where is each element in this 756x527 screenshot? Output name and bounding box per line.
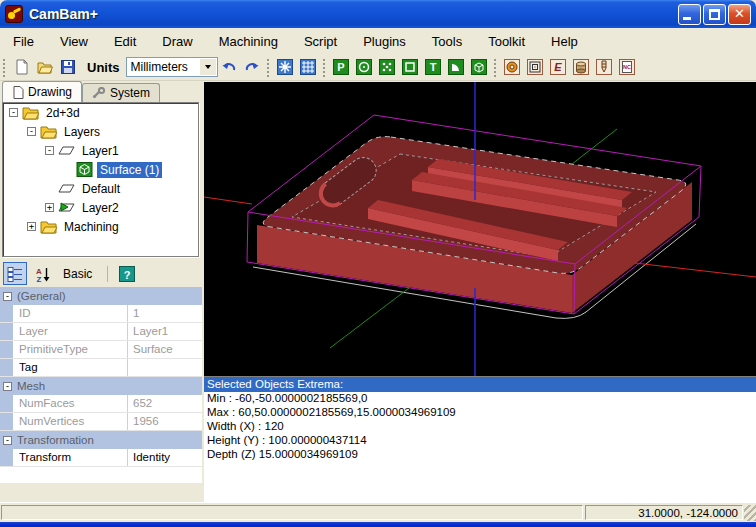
layer-active-icon xyxy=(58,200,75,215)
property-value[interactable]: 1 xyxy=(128,305,202,322)
tree-node-2d3d[interactable]: - 2d+3d xyxy=(3,103,198,122)
category-mesh[interactable]: - Mesh xyxy=(0,377,202,395)
property-value[interactable]: 652 xyxy=(128,395,202,412)
category-transformation[interactable]: - Transformation xyxy=(0,431,202,449)
tab-system[interactable]: System xyxy=(82,83,160,102)
toolbar-grip[interactable] xyxy=(493,57,498,77)
window-border xyxy=(0,522,756,527)
collapse-icon[interactable]: - xyxy=(3,292,12,301)
collapse-icon[interactable]: - xyxy=(3,436,12,445)
draw-points-button[interactable] xyxy=(376,56,399,78)
gcode-file-icon: NC xyxy=(619,59,635,75)
expand-icon[interactable]: + xyxy=(27,222,36,231)
title-bar[interactable]: CamBam+ ✕ xyxy=(0,0,756,28)
tree-label[interactable]: 2d+3d xyxy=(43,105,83,121)
tree-label[interactable]: Default xyxy=(79,181,123,197)
redo-button[interactable] xyxy=(241,56,264,78)
op-3d-profile-button[interactable] xyxy=(593,56,616,78)
maximize-button[interactable] xyxy=(703,4,726,25)
close-button[interactable]: ✕ xyxy=(728,4,751,25)
draw-surface-button[interactable] xyxy=(468,56,491,78)
undo-icon xyxy=(221,59,237,75)
rectangle-icon xyxy=(402,59,418,75)
op-drill-button[interactable] xyxy=(570,56,593,78)
collapse-icon[interactable]: - xyxy=(9,108,18,117)
units-combobox[interactable]: Millimeters xyxy=(126,57,218,77)
help-button[interactable]: ? xyxy=(115,262,139,285)
toolbar-grip[interactable] xyxy=(322,57,327,77)
draw-text-button[interactable]: T xyxy=(422,56,445,78)
collapse-icon[interactable]: - xyxy=(45,146,54,155)
drawing-tree[interactable]: - 2d+3d - Layers - Layer1 Surface (1) xyxy=(2,102,199,257)
tree-node-machining[interactable]: + Machining xyxy=(3,217,198,236)
draw-polyline-button[interactable]: P xyxy=(330,56,353,78)
extrema-min: Min : -60,-50.0000002185569,0 xyxy=(204,392,756,406)
toolbar-grip[interactable] xyxy=(266,57,271,77)
menu-edit[interactable]: Edit xyxy=(101,30,149,53)
info-panel[interactable]: Selected Objects Extrema: Min : -60,-50.… xyxy=(204,376,756,502)
open-file-button[interactable] xyxy=(33,56,56,78)
tree-label-selected[interactable]: Surface (1) xyxy=(97,162,162,178)
extrema-max: Max : 60,50.0000002185569,15.00000349691… xyxy=(204,406,756,420)
grid-icon xyxy=(300,59,316,75)
tree-label[interactable]: Layer1 xyxy=(79,143,122,159)
new-file-button[interactable] xyxy=(10,56,33,78)
view-mode-label[interactable]: Basic xyxy=(63,267,92,281)
menu-toolkit[interactable]: Toolkit xyxy=(475,30,538,53)
property-value[interactable]: 1956 xyxy=(128,413,202,430)
op-engrave-button[interactable]: E xyxy=(547,56,570,78)
viewport-3d[interactable] xyxy=(204,82,756,376)
tree-node-layer2[interactable]: + Layer2 xyxy=(3,198,198,217)
menu-draw[interactable]: Draw xyxy=(149,30,205,53)
category-label: (General) xyxy=(17,290,66,302)
status-message-cell xyxy=(1,505,583,520)
combo-dropdown-button[interactable] xyxy=(200,59,216,75)
tree-node-surface[interactable]: Surface (1) xyxy=(3,160,198,179)
property-value[interactable]: Identity xyxy=(128,449,202,466)
menu-machining[interactable]: Machining xyxy=(206,30,291,53)
menu-tools[interactable]: Tools xyxy=(419,30,475,53)
show-grid-button[interactable] xyxy=(297,56,320,78)
tree-label[interactable]: Layer2 xyxy=(79,200,122,216)
collapse-icon[interactable]: - xyxy=(27,127,36,136)
draw-circle-button[interactable] xyxy=(353,56,376,78)
zoom-extents-button[interactable] xyxy=(274,56,297,78)
expand-icon[interactable]: + xyxy=(45,203,54,212)
property-value[interactable]: Layer1 xyxy=(128,323,202,340)
folder-icon xyxy=(40,124,57,139)
property-grid[interactable]: - (General) ID 1 Layer Layer1 PrimitiveT… xyxy=(0,287,202,483)
tab-drawing[interactable]: Drawing xyxy=(2,81,82,102)
menu-file[interactable]: File xyxy=(0,30,47,53)
op-profile-button[interactable] xyxy=(501,56,524,78)
tree-node-layer1[interactable]: - Layer1 xyxy=(3,141,198,160)
folder-icon xyxy=(40,219,57,234)
property-name: ID xyxy=(13,305,128,322)
property-value[interactable] xyxy=(128,359,202,376)
property-value[interactable]: Surface xyxy=(128,341,202,358)
collapse-icon[interactable]: - xyxy=(3,382,12,391)
tree-label[interactable]: Machining xyxy=(61,219,122,235)
op-pocket-button[interactable] xyxy=(524,56,547,78)
property-name: Tag xyxy=(13,359,128,376)
categorized-view-button[interactable] xyxy=(3,262,27,285)
menu-script[interactable]: Script xyxy=(291,30,350,53)
tree-node-layers[interactable]: - Layers xyxy=(3,122,198,141)
minimize-button[interactable] xyxy=(678,4,701,25)
tree-node-default[interactable]: Default xyxy=(3,179,198,198)
surface-cube-icon xyxy=(471,59,487,75)
category-general[interactable]: - (General) xyxy=(0,287,202,305)
menu-plugins[interactable]: Plugins xyxy=(350,30,419,53)
toolbar-grip[interactable] xyxy=(2,57,7,77)
undo-button[interactable] xyxy=(218,56,241,78)
menu-view[interactable]: View xyxy=(47,30,101,53)
svg-text:T: T xyxy=(430,61,437,73)
alphabetical-sort-button[interactable]: AZ xyxy=(31,262,55,285)
resize-grip[interactable] xyxy=(744,505,756,521)
extrema-header[interactable]: Selected Objects Extrema: xyxy=(204,377,756,392)
draw-rectangle-button[interactable] xyxy=(399,56,422,78)
produce-gcode-button[interactable]: NC xyxy=(616,56,639,78)
menu-help[interactable]: Help xyxy=(538,30,591,53)
tree-label[interactable]: Layers xyxy=(61,124,103,140)
draw-arc-button[interactable] xyxy=(445,56,468,78)
save-file-button[interactable] xyxy=(56,56,79,78)
